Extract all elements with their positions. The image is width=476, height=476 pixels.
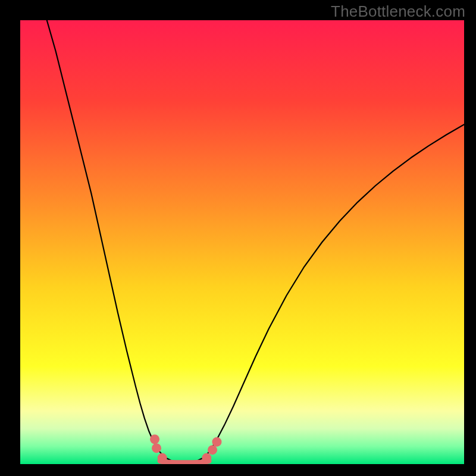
watermark-text: TheBottleneck.com	[331, 2, 465, 21]
bottleneck-curve-chart	[20, 20, 464, 464]
frame-bottom	[0, 464, 476, 476]
frame-right	[464, 0, 476, 476]
frame-left	[0, 0, 20, 476]
